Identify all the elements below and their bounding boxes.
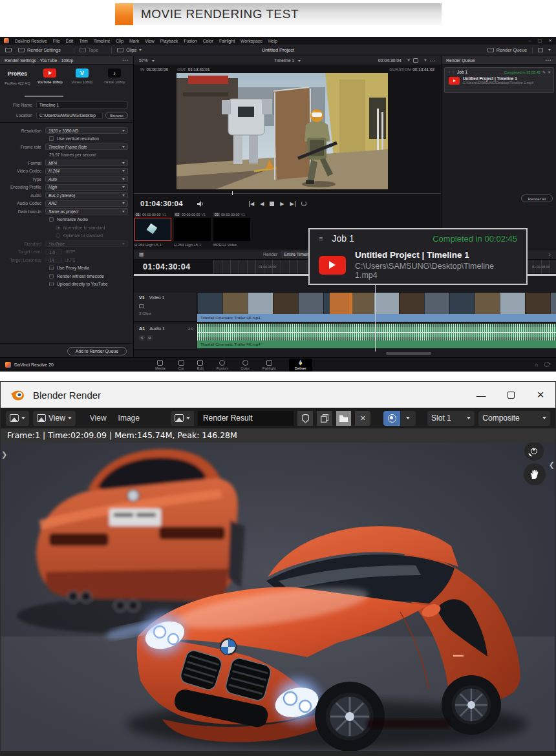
queue-options-icon[interactable]: ••• [546,58,551,62]
speaker-icon[interactable] [197,201,204,207]
menu-image[interactable]: Image [114,414,144,423]
page-color[interactable]: Color [241,360,250,370]
page-edit[interactable]: Edit [197,360,204,370]
menu-color[interactable]: Color [203,39,213,43]
editor-type-button[interactable] [6,411,29,426]
video-preview[interactable] [176,73,388,189]
image-datablock-button[interactable] [171,411,194,426]
page-deliver[interactable]: Deliver [289,359,312,372]
menu-fairlight[interactable]: Fairlight [219,39,235,43]
new-image-copy-icon[interactable] [317,411,332,426]
audio-waveform-toggle-icon[interactable]: ♪ [548,251,551,257]
add-to-render-queue-button[interactable]: Add to Render Queue [67,347,127,355]
solo-button[interactable]: S [139,335,145,341]
format-select[interactable]: MP4 [45,160,128,166]
video-codec-select[interactable]: H.264 [45,168,128,174]
audio-clip[interactable]: Titanfall Cinematic Trailer 4K.mp4 [197,324,556,348]
drag-handle-icon[interactable]: ≡ [319,235,323,242]
audio-track-header[interactable]: A1Audio 12.0 S M [134,324,197,350]
viewer-scrub-bar[interactable] [134,193,441,196]
fake-user-shield-icon[interactable] [297,411,313,426]
maximize-button[interactable]: ▢ [538,38,542,43]
use-proxy-checkbox[interactable] [49,266,54,270]
expand-left-chevron-icon[interactable]: ❯ [1,450,7,459]
image-name-field[interactable]: Render Result [198,411,294,426]
close-button[interactable]: × [526,382,555,408]
clip-card-3[interactable]: 0300:00:00:00V1 MPEG4 Video [213,211,250,249]
channels-dropdown[interactable] [400,411,416,426]
display-channels-icon[interactable] [383,411,400,426]
type-select[interactable]: Auto [45,176,128,182]
play-reverse-button[interactable]: ◀ [260,201,264,207]
minimize-button[interactable]: – [529,38,531,43]
audio-codec-select[interactable]: AAC [45,200,128,207]
mute-button[interactable]: M [147,335,153,341]
slot-select[interactable]: Slot 1 [427,411,475,426]
page-media[interactable]: Media [155,360,166,370]
skip-end-button[interactable]: ▶ [290,201,295,207]
data-burn-in-select[interactable]: Same as project [45,208,128,215]
menu-mark[interactable]: Mark [129,39,139,43]
render-all-button[interactable]: Render All [521,194,553,202]
menu-timeline[interactable]: Timeline [94,39,110,43]
target-loudness-input[interactable]: -14 [45,257,62,263]
preset-prores[interactable]: ProRes ProRes 422 HQ [3,68,32,85]
pass-select[interactable]: Composite [478,411,550,426]
menu-view[interactable]: View [86,414,111,423]
play-button[interactable]: ▶ [280,201,284,207]
optimize-standard-radio[interactable] [56,233,60,238]
target-level-input[interactable]: -1.0 [45,249,62,255]
maximize-button[interactable] [496,382,526,408]
video-track-header[interactable]: V1Video 1 3 Clips [134,293,197,322]
unlink-button[interactable]: × [355,411,370,426]
browse-button[interactable]: Browse [105,112,128,119]
collapse-right-chevron-icon[interactable]: ❮ [549,461,555,469]
render-job-card[interactable]: ⋮⋮ Job 1 Completed in 00:02:45 ✎ ✕ Untit… [444,67,554,93]
encoding-profile-select[interactable]: High [45,184,128,191]
clip-thumbnail[interactable] [134,218,171,241]
preset-youtube[interactable]: YouTube 1080p [35,68,65,84]
page-cut[interactable]: Cut [178,360,184,370]
app-menu[interactable]: DaVinci Resolve [15,39,47,43]
page-fairlight[interactable]: Fairlight [262,360,276,370]
menu-trim[interactable]: Trim [79,39,87,43]
upload-youtube-checkbox[interactable] [49,282,54,286]
menu-file[interactable]: File [53,39,60,43]
pan-hand-button[interactable] [524,463,546,485]
panel-options-icon[interactable]: ••• [123,58,129,62]
remove-job-icon[interactable]: ✕ [548,70,551,74]
menu-clip[interactable]: Clip [116,39,123,43]
location-input[interactable]: C:\Users\SAMSUNG\Desktop [36,112,103,119]
grid-icon[interactable] [413,58,418,63]
drag-handle-icon[interactable]: ⋮⋮ [447,70,455,74]
loop-button[interactable] [301,201,306,206]
render-viewport[interactable]: ❯ ❮ [1,443,555,751]
menu-edit[interactable]: Edit [66,39,74,43]
minimize-button[interactable]: — [466,382,496,408]
preset-tiktok[interactable]: ♪ TikTok 1080p [100,68,129,84]
clip-thumbnail[interactable] [213,218,250,241]
edit-job-icon[interactable]: ✎ [542,70,546,74]
page-fusion[interactable]: Fusion [217,360,228,370]
audio-select[interactable]: Bus 1 (Stereo) [45,192,128,198]
timeline-hscrollbar[interactable] [386,352,431,355]
job-completed-popup[interactable]: ≡ Job 1 Completed in 00:02:45 Untitled P… [308,228,528,285]
menu-workspace[interactable]: Workspace [241,39,262,43]
menu-help[interactable]: Help [268,39,277,43]
normalize-standard-radio[interactable] [56,226,60,230]
close-button[interactable]: ✕ [548,38,552,43]
stop-button[interactable] [270,202,274,206]
gear-icon[interactable] [544,362,550,367]
menu-playback[interactable]: Playback [160,39,178,43]
skip-start-button[interactable]: ◀ [249,201,254,207]
clip-thumbnail[interactable] [174,218,211,241]
viewer-zoom-select[interactable]: 57% [139,58,155,63]
render-queue-button[interactable]: Render Queue [487,47,551,54]
clip-card-1[interactable]: 0100:00:00:00V1 H.264 High L5.1 [134,211,171,249]
view-mode-select[interactable]: View [33,411,76,426]
render-without-timecode-checkbox[interactable] [49,274,54,278]
viewer-options-icon[interactable]: ••• [430,59,436,63]
video-clip[interactable]: Titanfall Cinematic Trailer 4K.mp4 [197,293,556,322]
resolution-select[interactable]: 1920 x 1080 HD [45,127,128,134]
menu-fusion[interactable]: Fusion [184,39,197,43]
